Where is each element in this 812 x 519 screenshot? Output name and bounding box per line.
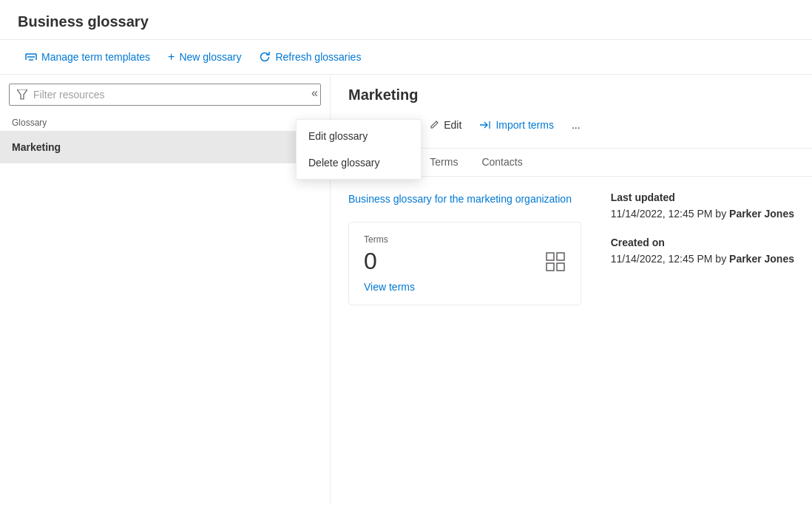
sidebar: « Glossary Marketing ... Edit glossary D… xyxy=(0,75,331,505)
import-terms-button[interactable]: Import terms xyxy=(472,115,561,135)
glossary-section-label: Glossary xyxy=(0,115,330,131)
templates-icon xyxy=(25,51,37,63)
page-title: Business glossary xyxy=(18,13,794,30)
svg-rect-9 xyxy=(547,263,554,271)
sidebar-item-marketing[interactable]: Marketing ... xyxy=(0,131,330,163)
overview-left: Business glossary for the marketing orga… xyxy=(348,191,581,305)
tab-terms[interactable]: Terms xyxy=(418,149,470,177)
new-glossary-button[interactable]: + New glossary xyxy=(160,46,248,68)
edit-button[interactable]: Edit xyxy=(422,115,469,135)
terms-count: 0 xyxy=(364,248,415,275)
svg-rect-8 xyxy=(557,253,564,260)
page-header: Business glossary xyxy=(0,0,812,40)
svg-rect-10 xyxy=(557,263,564,271)
delete-glossary-menu-item[interactable]: Delete glossary xyxy=(297,149,421,176)
edit-label: Edit xyxy=(444,119,461,131)
created-on-label: Created on xyxy=(611,237,794,248)
edit-icon xyxy=(429,120,439,130)
overview-content: Business glossary for the marketing orga… xyxy=(331,177,812,320)
last-updated-label: Last updated xyxy=(611,191,794,203)
terms-card-left: Terms 0 View terms xyxy=(364,234,415,293)
edit-glossary-menu-item[interactable]: Edit glossary xyxy=(297,123,421,149)
content-title: Marketing xyxy=(348,86,794,104)
dropdown-menu: Edit glossary Delete glossary xyxy=(296,119,422,180)
manage-templates-button[interactable]: Manage term templates xyxy=(18,47,158,67)
manage-templates-label: Manage term templates xyxy=(41,51,150,63)
toolbar: Manage term templates + New glossary Ref… xyxy=(0,40,812,75)
collapse-sidebar-button[interactable]: « xyxy=(308,84,321,103)
refresh-glossaries-button[interactable]: Refresh glossaries xyxy=(251,47,368,67)
more-dots: ... xyxy=(572,119,581,131)
description-text: Business glossary for the marketing orga… xyxy=(348,191,581,207)
sidebar-item-label: Marketing xyxy=(12,141,61,153)
filter-bar xyxy=(9,84,321,106)
created-on-meta: Created on 11/14/2022, 12:45 PM by Parke… xyxy=(611,237,794,267)
main-layout: « Glossary Marketing ... Edit glossary D… xyxy=(0,75,812,505)
overview-right: Last updated 11/14/2022, 12:45 PM by Par… xyxy=(611,191,794,305)
terms-card-label: Terms xyxy=(364,234,415,245)
svg-marker-5 xyxy=(17,89,27,99)
last-updated-value: 11/14/2022, 12:45 PM by Parker Jones xyxy=(611,206,794,222)
plus-icon: + xyxy=(168,50,175,64)
filter-icon xyxy=(17,89,27,100)
refresh-icon xyxy=(259,51,271,63)
svg-rect-7 xyxy=(547,253,554,260)
new-glossary-label: New glossary xyxy=(179,51,241,63)
grid-icon xyxy=(545,251,566,277)
created-on-value: 11/14/2022, 12:45 PM by Parker Jones xyxy=(611,251,794,267)
view-terms-link[interactable]: View terms xyxy=(364,281,415,293)
refresh-glossaries-label: Refresh glossaries xyxy=(275,51,361,63)
more-actions-button[interactable]: ... xyxy=(564,115,588,135)
tab-contacts[interactable]: Contacts xyxy=(470,149,534,177)
filter-input[interactable] xyxy=(33,89,313,101)
import-icon xyxy=(479,120,491,130)
import-terms-label: Import terms xyxy=(495,119,554,131)
last-updated-meta: Last updated 11/14/2022, 12:45 PM by Par… xyxy=(611,191,794,222)
terms-card: Terms 0 View terms xyxy=(348,222,581,305)
